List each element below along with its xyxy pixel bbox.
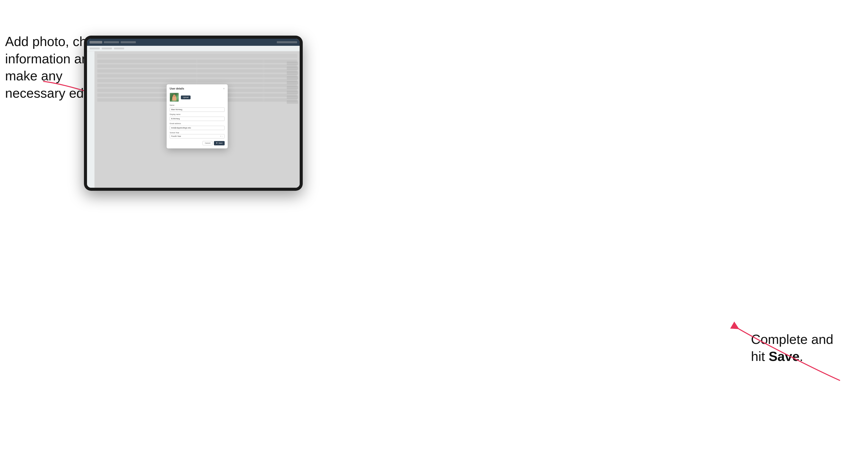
modal-footer: Cancel ⬆ Save	[170, 141, 225, 145]
email-label: Email address	[170, 123, 225, 124]
chevron-down-icon: ⌄	[222, 135, 223, 137]
app-main: User details × Upload Name	[95, 51, 300, 188]
email-field-group: Email address	[170, 123, 225, 130]
select-clear-icon[interactable]: ×	[220, 135, 221, 137]
subheader-item-3	[114, 48, 124, 49]
tablet-screen: User details × Upload Name	[87, 39, 300, 188]
upload-photo-button[interactable]: Upload	[181, 95, 190, 99]
app-nav-item-2	[121, 41, 136, 43]
photo-section: Upload	[170, 93, 225, 102]
user-details-modal: User details × Upload Name	[167, 84, 228, 148]
app-header-right	[277, 41, 297, 43]
save-label: Save	[219, 142, 223, 144]
school-year-label: School Year	[170, 132, 225, 133]
app-subheader	[87, 46, 300, 51]
save-button[interactable]: ⬆ Save	[214, 141, 225, 145]
tablet-device: User details × Upload Name	[84, 36, 303, 191]
display-name-label: Display name	[170, 114, 225, 115]
subheader-item-1	[90, 48, 100, 49]
app-logo	[90, 41, 102, 43]
display-name-field-group: Display name	[170, 114, 225, 121]
name-field-group: Name	[170, 104, 225, 112]
modal-close-button[interactable]: ×	[223, 88, 225, 90]
app-content: User details × Upload Name	[87, 51, 300, 188]
display-name-input[interactable]	[170, 117, 225, 121]
app-sidebar	[87, 51, 95, 188]
email-input[interactable]	[170, 126, 225, 130]
modal-header: User details ×	[170, 87, 225, 90]
profile-photo-thumb	[170, 93, 179, 102]
school-year-value: Fourth Year	[171, 135, 220, 137]
name-label: Name	[170, 104, 225, 106]
cancel-button[interactable]: Cancel	[203, 141, 213, 145]
name-input[interactable]	[170, 107, 225, 112]
app-nav-item	[104, 41, 119, 43]
modal-title: User details	[170, 87, 184, 90]
arrow-right	[715, 319, 843, 383]
school-year-field-group: School Year Fourth Year × ⌄	[170, 132, 225, 138]
save-icon: ⬆	[216, 142, 218, 144]
app-header	[87, 39, 300, 46]
subheader-item-2	[102, 48, 112, 49]
school-year-select[interactable]: Fourth Year × ⌄	[170, 134, 225, 138]
